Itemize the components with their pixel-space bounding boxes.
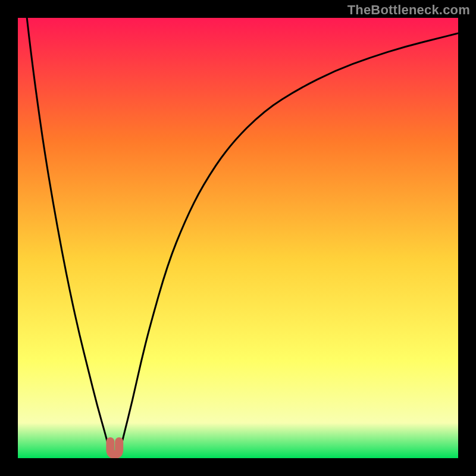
chart-frame: TheBottleneck.com	[0, 0, 476, 476]
plot-svg	[18, 18, 458, 458]
watermark-text: TheBottleneck.com	[347, 2, 470, 18]
gradient-background	[18, 18, 458, 458]
plot-area	[18, 18, 458, 458]
